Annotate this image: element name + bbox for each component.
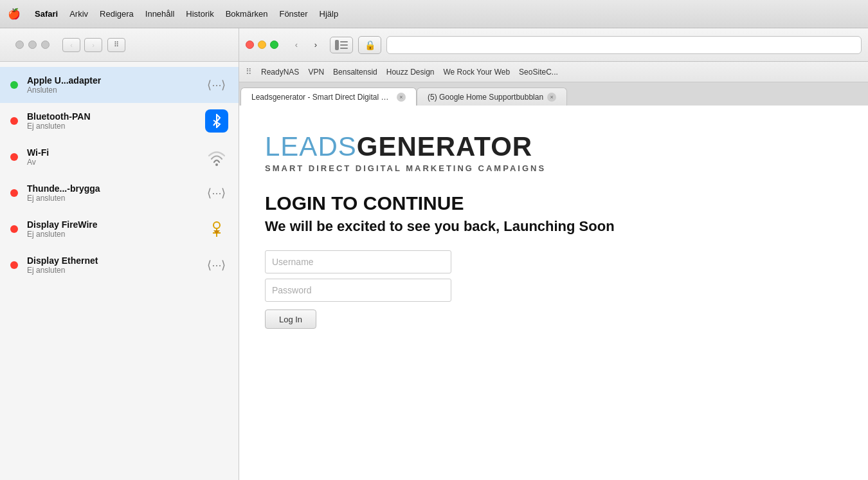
- url-bar[interactable]: [386, 36, 862, 54]
- brand-container: LEADSGENERATOR SMART DIRECT DIGITAL MARK…: [265, 131, 842, 173]
- safari-back-button[interactable]: ‹: [287, 37, 305, 53]
- safari-forward-button[interactable]: ›: [307, 37, 325, 53]
- thunderbolt-icon-dots: ⟨···⟩: [205, 181, 228, 205]
- forward-button[interactable]: ›: [84, 38, 102, 52]
- password-manager-button[interactable]: 🔒: [358, 36, 381, 54]
- menu-bar: 🍎 Safari Arkiv Redigera Innehåll Histori…: [0, 0, 868, 28]
- network-status-thunderbolt: Ej ansluten: [27, 194, 205, 203]
- svg-rect-7: [340, 44, 348, 46]
- network-status-bluetooth: Ej ansluten: [27, 122, 205, 131]
- network-item-bluetooth[interactable]: Bluetooth-PAN Ej ansluten: [0, 103, 239, 139]
- tab-label-1: Leadsgenerator - Smart Direct Digital M.…: [251, 93, 393, 102]
- login-heading: LOGIN TO CONTINUE: [265, 192, 842, 214]
- network-icon-dots: ⟨···⟩: [205, 73, 228, 97]
- status-dot-green: [10, 81, 18, 89]
- network-item-firewire[interactable]: Display FireWire Ej ansluten: [0, 211, 239, 247]
- status-dot-red-firewire: [10, 225, 18, 233]
- password-input[interactable]: [265, 279, 451, 302]
- tab-close-2[interactable]: ×: [547, 93, 556, 102]
- menu-arkiv[interactable]: Arkiv: [69, 9, 88, 19]
- app-name[interactable]: Safari: [35, 9, 58, 19]
- login-button[interactable]: Log In: [265, 309, 316, 329]
- svg-rect-5: [335, 40, 339, 50]
- network-item-apple[interactable]: Apple U...adapter Ansluten ⟨···⟩: [0, 67, 239, 103]
- tab-close-1[interactable]: ×: [397, 93, 406, 102]
- panel-toolbar: ‹ › ⠿: [0, 28, 239, 62]
- ethernet-icon-dots: ⟨···⟩: [205, 254, 228, 277]
- network-item-wifi[interactable]: Wi-Fi Av: [0, 139, 239, 175]
- network-name-thunderbolt: Thunde...-brygga: [27, 183, 205, 194]
- bookmark-seositec[interactable]: SeoSiteC...: [519, 68, 558, 77]
- network-status: Ansluten: [27, 86, 205, 95]
- tabs-bar: Leadsgenerator - Smart Direct Digital M.…: [239, 82, 868, 106]
- bookmark-vpn[interactable]: VPN: [308, 68, 324, 77]
- network-name-firewire: Display FireWire: [27, 219, 205, 230]
- bookmark-readynas[interactable]: ReadyNAS: [261, 68, 299, 77]
- sidebar-toggle-button[interactable]: [330, 37, 353, 53]
- bookmark-werockweb[interactable]: We Rock Your Web: [443, 68, 510, 77]
- web-content: LEADSGENERATOR SMART DIRECT DIGITAL MARK…: [239, 106, 868, 480]
- network-status-wifi: Av: [27, 158, 205, 167]
- wifi-icon: [205, 145, 228, 169]
- minimize-button[interactable]: [28, 41, 37, 49]
- bookmark-houzz[interactable]: Houzz Design: [386, 68, 435, 77]
- menu-historik[interactable]: Historik: [186, 9, 213, 19]
- maximize-button[interactable]: [41, 41, 50, 49]
- network-panel: ‹ › ⠿ Apple U...adapter Ansluten ⟨···⟩ B…: [0, 28, 239, 480]
- brand-generator-text: GENERATOR: [357, 131, 532, 162]
- tab-leadsgenerator[interactable]: Leadsgenerator - Smart Direct Digital M.…: [240, 88, 417, 106]
- tab-google-home[interactable]: (5) Google Home Supportbubblan ×: [417, 88, 567, 106]
- svg-rect-8: [340, 48, 348, 49]
- url-bar-container: 🔒: [358, 36, 862, 54]
- bookmark-bensaltensid[interactable]: Bensaltensid: [333, 68, 377, 77]
- firewire-icon: [205, 217, 228, 241]
- traffic-lights: [8, 41, 57, 49]
- network-name-ethernet: Display Ethernet: [27, 255, 205, 266]
- menu-fonster[interactable]: Fönster: [279, 9, 307, 19]
- network-status-firewire: Ej ansluten: [27, 230, 205, 239]
- brand-logo: LEADSGENERATOR: [265, 131, 842, 162]
- safari-window: ‹ › 🔒 ⠿ ReadyNAS VPN Bensaltensid Houzz …: [239, 28, 868, 480]
- network-status-ethernet: Ej ansluten: [27, 266, 205, 275]
- status-dot-red-thunder: [10, 189, 18, 197]
- network-item-ethernet[interactable]: Display Ethernet Ej ansluten ⟨···⟩: [0, 247, 239, 283]
- status-dot-red-wifi: [10, 153, 18, 161]
- status-dot-red: [10, 117, 18, 125]
- username-input[interactable]: [265, 250, 451, 273]
- network-item-thunderbolt[interactable]: Thunde...-brygga Ej ansluten ⟨···⟩: [0, 175, 239, 211]
- brand-leads-text: LEADS: [265, 131, 357, 162]
- svg-point-1: [213, 222, 220, 228]
- login-subtext: We will be excited to see you back, Laun…: [265, 218, 842, 235]
- tab-label-2: (5) Google Home Supportbubblan: [428, 93, 543, 102]
- menu-innehall[interactable]: Innehåll: [145, 9, 175, 19]
- safari-traffic-lights: [246, 41, 278, 49]
- menu-redigera[interactable]: Redigera: [100, 9, 134, 19]
- svg-rect-6: [340, 41, 348, 42]
- safari-toolbar: ‹ › 🔒: [239, 28, 868, 62]
- menu-hjalp[interactable]: Hjälp: [320, 9, 339, 19]
- network-name: Apple U...adapter: [27, 75, 205, 86]
- safari-navigation: ‹ ›: [287, 37, 325, 53]
- menu-bokmarken[interactable]: Bokmärken: [226, 9, 268, 19]
- safari-minimize-button[interactable]: [258, 41, 266, 49]
- safari-close-button[interactable]: [246, 41, 254, 49]
- safari-maximize-button[interactable]: [270, 41, 278, 49]
- brand-tagline: SMART DIRECT DIGITAL MARKETING CAMPAIGNS: [265, 163, 842, 173]
- back-button[interactable]: ‹: [62, 38, 80, 52]
- bookmarks-grid-icon[interactable]: ⠿: [246, 67, 252, 77]
- svg-point-0: [215, 163, 218, 166]
- network-list: Apple U...adapter Ansluten ⟨···⟩ Bluetoo…: [0, 62, 239, 288]
- bluetooth-icon: [205, 109, 228, 133]
- network-name-bluetooth: Bluetooth-PAN: [27, 111, 205, 122]
- network-name-wifi: Wi-Fi: [27, 147, 205, 158]
- apple-menu[interactable]: 🍎: [8, 8, 21, 20]
- bookmarks-bar: ⠿ ReadyNAS VPN Bensaltensid Houzz Design…: [239, 62, 868, 82]
- login-form-container: LOGIN TO CONTINUE We will be excited to …: [265, 192, 842, 329]
- close-button[interactable]: [15, 41, 24, 49]
- grid-button[interactable]: ⠿: [107, 38, 125, 52]
- status-dot-red-ethernet: [10, 261, 18, 269]
